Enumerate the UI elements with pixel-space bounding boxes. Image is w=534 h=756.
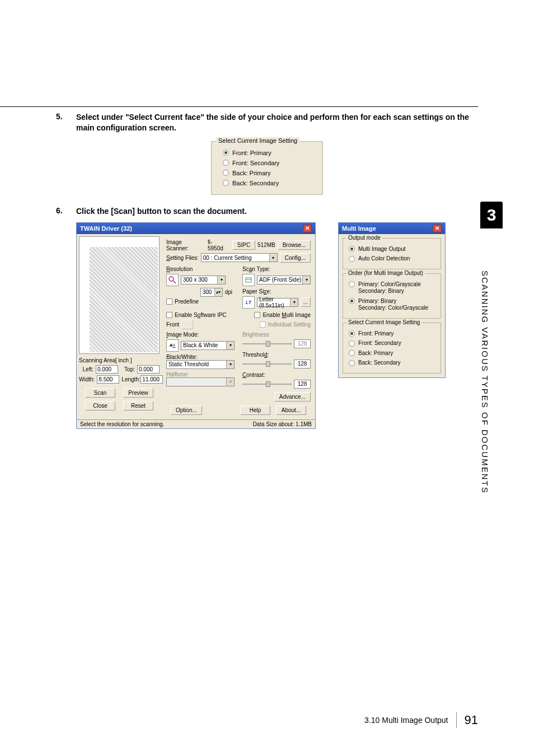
brightness-slider <box>242 340 292 348</box>
contrast-label: Contrast: <box>242 372 311 378</box>
length-input[interactable] <box>140 375 163 384</box>
advance-button[interactable]: Advance... <box>274 392 311 402</box>
scan-button[interactable]: Scan <box>85 388 115 398</box>
image-mode-combo[interactable]: Black & White▾ <box>181 341 235 350</box>
scan-area-label: Scanning Area[ inch ] <box>79 357 160 363</box>
radio-mi-front-primary[interactable]: Front: Primary <box>346 330 437 338</box>
radio-label: Multi Image Output <box>358 246 405 253</box>
radio-label: Front: Secondary <box>358 340 401 347</box>
select-current-legend: Select Current Image Setting <box>346 319 421 325</box>
status-text: Select the resolution for scanning. <box>80 421 165 427</box>
radio-mi-front-secondary[interactable]: Front: Secondary <box>346 340 437 347</box>
step5-number: 5. <box>56 112 76 133</box>
preview-area[interactable] <box>79 236 160 354</box>
radio-mi-back-secondary[interactable]: Back: Secondary <box>346 360 437 367</box>
threshold-value: 128 <box>294 360 311 368</box>
setting-files-combo[interactable]: 00 : Current Setting▾ <box>201 253 278 262</box>
select-group-legend: Select Current Image Setting <box>216 137 299 144</box>
length-label: Length: <box>121 376 138 382</box>
multi-image-checkbox[interactable] <box>254 312 260 318</box>
close-icon[interactable]: ✕ <box>433 225 442 232</box>
resolution-label: Resolution <box>166 266 235 272</box>
individual-label: Individual Setting <box>268 321 311 328</box>
radio-back-secondary[interactable]: Back: Secondary <box>217 180 317 186</box>
halftone-combo: ▾ <box>166 377 235 386</box>
front-label: Front <box>166 321 179 328</box>
software-ipc-checkbox[interactable] <box>166 312 172 318</box>
scanner-label: Image Scanner: <box>166 239 205 251</box>
brightness-label: Brightness: <box>242 332 311 338</box>
step6-text: Click the [Scan] button to scan the docu… <box>76 206 478 217</box>
dpi-spinner[interactable]: 300▴▾ <box>200 288 223 297</box>
brightness-value: 128 <box>294 339 311 348</box>
footer-section: 3.10 Multi Image Output <box>364 716 448 725</box>
radio-icon <box>349 340 355 347</box>
radio-icon <box>223 180 229 186</box>
paper-size-more-button[interactable]: ... <box>301 297 311 307</box>
reset-button[interactable]: Reset <box>123 401 153 410</box>
radio-icon <box>349 350 355 356</box>
select-current-group: Select Current Image Setting Front: Prim… <box>343 323 441 374</box>
radio-label: Front: Secondary <box>232 160 279 166</box>
letter-icon: LT <box>242 296 255 309</box>
multi-title: Multi Image <box>342 225 376 232</box>
radio-multi-output[interactable]: Multi Image Output <box>346 246 437 253</box>
svg-rect-2 <box>246 278 251 282</box>
radio-auto-color[interactable]: Auto Color Detection <box>346 255 437 263</box>
width-input[interactable] <box>97 375 119 384</box>
radio-order-color-first[interactable]: Primary: Color/GrayscaleSecondary: Binar… <box>346 281 437 295</box>
paper-size-combo[interactable]: Letter (8.5x11in)▾ <box>257 298 298 307</box>
browse-button[interactable]: Browse... <box>278 240 311 250</box>
step6-number: 6. <box>56 206 76 217</box>
option-button[interactable]: Option... <box>171 405 202 415</box>
bw-combo[interactable]: Static Threshold▾ <box>166 360 235 369</box>
data-size-label: Data Size about: <box>252 421 294 427</box>
chapter-title-vertical: SCANNING VARIOUS TYPES OF DOCUMENTS <box>480 236 490 528</box>
radio-front-secondary[interactable]: Front: Secondary <box>217 160 317 166</box>
contrast-slider[interactable] <box>242 380 292 388</box>
threshold-slider[interactable] <box>242 360 292 368</box>
step5-text: Select under "Select Current face" the s… <box>76 112 478 133</box>
memory-label: 512MB <box>257 242 275 248</box>
sipc-button[interactable]: SIPC <box>232 240 255 250</box>
dpi-label: dpi <box>225 289 232 295</box>
radio-icon <box>223 160 229 166</box>
multi-image-window: Multi Image ✕ Output mode Multi Image Ou… <box>338 222 446 378</box>
chapter-tab: 3 <box>480 202 503 228</box>
radio-order-binary-first[interactable]: Primary: BinarySecondary: Color/Grayscal… <box>346 298 437 312</box>
twain-titlebar: TWAIN Driver (32) ✕ <box>77 223 315 234</box>
radio-label: Front: Primary <box>358 330 394 338</box>
bw-mode-icon: A≡ <box>166 339 179 352</box>
help-button[interactable]: Help <box>240 405 270 415</box>
predefine-checkbox[interactable] <box>166 298 172 305</box>
radio-front-primary[interactable]: Front: Primary <box>217 150 317 156</box>
top-label: Top: <box>120 366 135 372</box>
config-button[interactable]: Config... <box>280 253 311 263</box>
radio-icon <box>349 246 355 252</box>
resolution-combo[interactable]: 300 x 300▾ <box>181 276 226 284</box>
front-tab[interactable] <box>181 320 193 329</box>
radio-icon <box>349 360 355 366</box>
top-input[interactable] <box>137 365 160 374</box>
preview-button[interactable]: Preview <box>123 388 153 398</box>
svg-line-1 <box>173 281 176 283</box>
radio-back-primary[interactable]: Back: Primary <box>217 170 317 176</box>
output-mode-legend: Output mode <box>346 235 382 241</box>
data-size-value: 1.1MB <box>296 421 312 427</box>
close-icon[interactable]: ✕ <box>303 225 312 232</box>
scan-type-label: Scan Type: <box>242 266 311 272</box>
width-label: Width: <box>79 376 95 382</box>
close-button[interactable]: Close <box>85 401 115 410</box>
select-current-image-group: Select Current Image Setting Front: Prim… <box>211 141 323 195</box>
scan-type-combo[interactable]: ADF (Front Side)▾ <box>257 276 311 284</box>
radio-icon <box>349 298 355 304</box>
setting-files-label: Setting Files: <box>166 255 199 261</box>
radio-label: Back: Secondary <box>232 180 279 186</box>
radio-icon <box>223 150 229 156</box>
order-group: Order (for Multi Image Output) Primary: … <box>343 273 441 319</box>
radio-mi-back-primary[interactable]: Back: Primary <box>346 350 437 357</box>
left-input[interactable] <box>96 365 118 374</box>
radio-label: Auto Color Detection <box>358 255 410 263</box>
about-button[interactable]: About... <box>276 405 306 415</box>
individual-checkbox <box>260 321 266 328</box>
